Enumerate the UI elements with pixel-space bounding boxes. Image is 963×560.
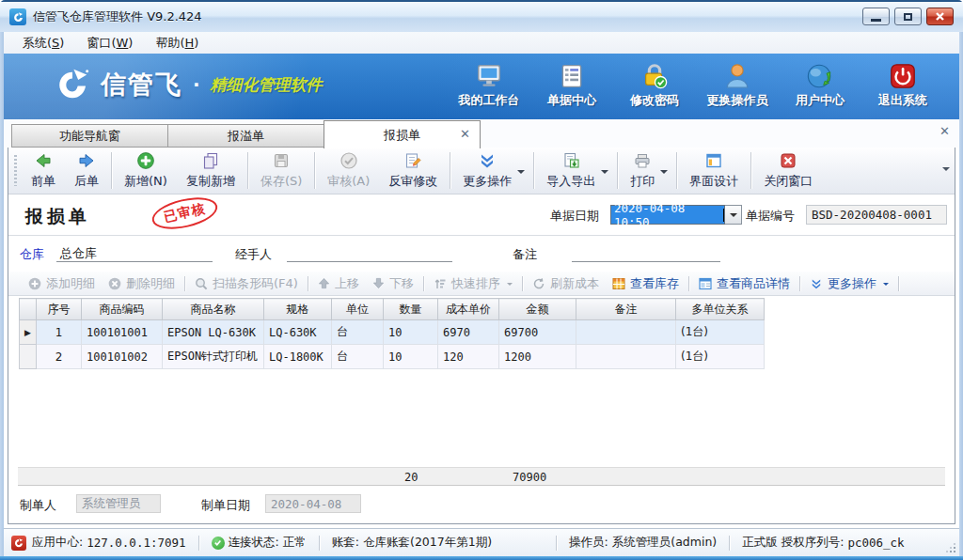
cell-multi-unit[interactable]: (1台) — [676, 345, 765, 369]
resize-grip[interactable] — [954, 551, 955, 552]
main-toolbar: 前单 后单 新增(N) 复制新增 保存(S) 审 — [8, 148, 955, 194]
scan-barcode-button[interactable]: 扫描条形码(F4) — [188, 275, 305, 292]
unaudit-edit-button[interactable]: 反审修改 — [379, 148, 447, 194]
cell-amount[interactable]: 69700 — [499, 320, 576, 345]
restore-button[interactable] — [894, 8, 922, 25]
toolbar-separator — [688, 276, 689, 291]
column-header[interactable]: 成本单价 — [438, 299, 499, 320]
menu-window[interactable]: 窗口(W) — [75, 33, 144, 54]
save-button[interactable]: 保存(S) — [251, 148, 311, 194]
table-row[interactable]: 2 100101002 EPSON针式打印机 LQ-1800K 台 10 120… — [20, 345, 765, 369]
license-status: 正式版 授权序列号:pc006_ck — [742, 535, 904, 551]
column-header[interactable]: 金额 — [499, 299, 576, 320]
cell-seq[interactable]: 2 — [37, 345, 82, 369]
toolbar-overflow-icon[interactable] — [942, 167, 950, 175]
row-selector-cell[interactable]: ▶ — [20, 320, 37, 345]
row-selector-cell[interactable] — [20, 345, 37, 369]
copy-new-icon — [201, 151, 220, 170]
minimize-button[interactable] — [862, 8, 890, 25]
cell-spec[interactable]: LQ-1800K — [264, 345, 332, 369]
move-up-button[interactable]: 上移 — [311, 275, 366, 292]
cell-multi-unit[interactable]: (1台) — [676, 320, 765, 345]
cell-remark[interactable] — [576, 320, 676, 345]
move-down-button[interactable]: 下移 — [366, 275, 420, 292]
audit-button[interactable]: 审核(A) — [318, 148, 379, 194]
refresh-cost-button[interactable]: 刷新成本 — [526, 275, 606, 292]
cell-product-code[interactable]: 100101001 — [82, 320, 163, 345]
cell-amount[interactable]: 1200 — [499, 345, 576, 369]
column-header[interactable]: 单位 — [332, 299, 384, 320]
menu-help[interactable]: 帮助(H) — [144, 33, 210, 54]
change-password-lock-icon — [640, 60, 669, 90]
cell-quantity[interactable]: 10 — [384, 345, 438, 369]
form-header: 报损单 已审核 单据日期 2020-04-08 10:50 单据编号 BSD-2… — [8, 194, 955, 236]
tab-overflow-doc[interactable]: 报溢单 — [167, 124, 324, 148]
ui-design-button[interactable]: 界面设计 — [680, 148, 748, 194]
menu-system[interactable]: 系统(S) — [11, 33, 75, 54]
column-header[interactable]: 规格 — [264, 299, 332, 320]
more-actions-dropdown-icon[interactable] — [517, 170, 525, 178]
exit-system-button[interactable]: 退出系统 — [861, 60, 944, 109]
view-stock-button[interactable]: 查看库存 — [606, 275, 686, 292]
chevron-down-icon — [883, 283, 889, 288]
prev-doc-button[interactable]: 前单 — [22, 148, 65, 194]
delete-row-button[interactable]: 删除明细 — [102, 275, 182, 292]
more-actions-button[interactable]: 更多操作 — [453, 148, 521, 194]
cell-unit[interactable]: 台 — [332, 345, 384, 369]
tab-close-icon[interactable]: ✕ — [460, 128, 470, 140]
quick-sort-button[interactable]: 快速排序 — [427, 275, 519, 292]
toolbar-separator — [522, 276, 523, 291]
cell-cost-price[interactable]: 120 — [438, 345, 499, 369]
warehouse-field[interactable]: 总仓库 — [56, 243, 213, 262]
cell-spec[interactable]: LQ-630K — [264, 320, 332, 345]
toolbar-separator — [111, 152, 112, 189]
tab-damage-doc[interactable]: 报损单 ✕ — [324, 120, 481, 148]
cell-remark[interactable] — [576, 345, 676, 369]
add-row-button[interactable]: 添加明细 — [22, 275, 102, 292]
column-header[interactable]: 商品编码 — [82, 299, 163, 320]
doc-date-dropdown-button[interactable] — [725, 205, 742, 225]
account-set-status: 账套:仓库账套(2017年第1期) — [332, 535, 492, 551]
import-export-dropdown-icon[interactable] — [601, 170, 608, 178]
remark-field[interactable] — [572, 243, 720, 262]
tabstrip-close-icon[interactable]: ✕ — [939, 125, 950, 137]
cell-quantity[interactable]: 10 — [384, 320, 438, 345]
import-export-button[interactable]: 导入导出 — [537, 148, 605, 194]
next-doc-button[interactable]: 后单 — [65, 148, 108, 194]
toolbar-separator — [533, 152, 534, 189]
change-password-button[interactable]: 修改密码 — [613, 60, 696, 109]
switch-operator-button[interactable]: 更换操作员 — [696, 60, 779, 109]
column-header[interactable]: 多单位关系 — [676, 299, 765, 320]
column-header[interactable]: 序号 — [37, 299, 82, 320]
close-window-button[interactable]: 关闭窗口 — [754, 148, 822, 194]
add-new-button[interactable]: 新增(N) — [115, 148, 177, 194]
maker-label: 制单人 — [20, 497, 56, 514]
table-row[interactable]: ▶ 1 100101001 EPSON LQ-630K LQ-630K 台 10… — [20, 320, 765, 345]
cell-product-name[interactable]: EPSON LQ-630K — [163, 320, 264, 345]
cell-product-name[interactable]: EPSON针式打印机 — [163, 345, 264, 369]
print-dropdown-icon[interactable] — [660, 170, 668, 178]
cell-cost-price[interactable]: 6970 — [438, 320, 499, 345]
cell-unit[interactable]: 台 — [332, 320, 384, 345]
view-product-detail-button[interactable]: 查看商品详情 — [692, 275, 797, 292]
cell-product-code[interactable]: 100101002 — [82, 345, 163, 369]
user-center-button[interactable]: 用户中心 — [779, 60, 861, 109]
handler-field[interactable] — [287, 243, 452, 262]
document-center-button[interactable]: 单据中心 — [530, 60, 613, 109]
close-button[interactable] — [926, 8, 954, 25]
close-icon — [935, 11, 945, 22]
totals-row: 20 70900 — [18, 467, 945, 486]
brand-logo: 信管飞 · 精细化管理软件 — [53, 67, 323, 102]
tab-function-nav[interactable]: 功能导航窗 — [11, 124, 168, 148]
cell-seq[interactable]: 1 — [37, 320, 82, 345]
column-header[interactable]: 商品名称 — [163, 299, 264, 320]
copy-new-button[interactable]: 复制新增 — [177, 148, 245, 194]
status-bar: 应用中心:127.0.0.1:7091 连接状态:正常 账套:仓库账套(2017… — [4, 528, 959, 556]
doc-date-input[interactable]: 2020-04-08 10:50 — [610, 205, 725, 225]
column-header[interactable]: 数量 — [384, 299, 438, 320]
column-header[interactable]: 备注 — [576, 299, 676, 320]
my-workbench-button[interactable]: 我的工作台 — [448, 60, 530, 109]
detail-more-actions-button[interactable]: 更多操作 — [803, 275, 895, 292]
print-button[interactable]: 打印 — [621, 148, 664, 194]
toolbar-separator — [676, 152, 677, 189]
